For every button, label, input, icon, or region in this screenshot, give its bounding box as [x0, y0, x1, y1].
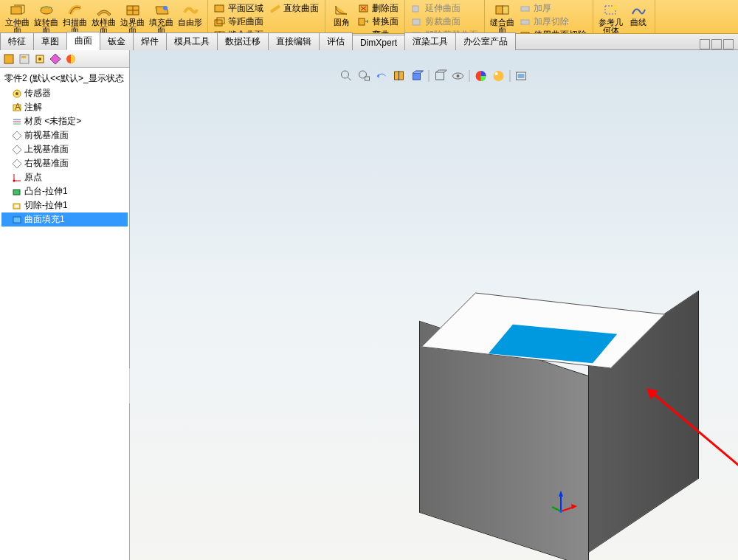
toolbar-separator — [429, 70, 430, 82]
origin-triad-icon — [549, 489, 579, 519]
feature-tree: 零件2 (默认<<默认>_显示状态 传感器 A注解 材质 <未指定> 前视基准面… — [0, 68, 129, 560]
display-manager-tab-icon[interactable] — [63, 52, 78, 66]
view-settings-icon[interactable] — [515, 69, 528, 83]
tab-sheetmetal[interactable]: 钣金 — [100, 32, 134, 50]
svg-rect-20 — [521, 7, 529, 11]
svg-rect-0 — [11, 7, 21, 14]
graphics-viewport[interactable] — [130, 50, 738, 560]
cut-with-surface-button[interactable]: 使用曲面切除 — [518, 29, 588, 34]
svg-point-66 — [559, 510, 562, 513]
boundary-surface-button[interactable]: 边界曲面 — [118, 1, 147, 34]
display-style-icon[interactable] — [434, 69, 447, 83]
svg-rect-28 — [21, 56, 26, 58]
svg-rect-44 — [15, 205, 18, 207]
tree-item-material[interactable]: 材质 <未指定> — [1, 114, 128, 128]
svg-point-58 — [495, 72, 498, 75]
tab-weldments[interactable]: 焊件 — [133, 32, 167, 50]
svg-rect-14 — [359, 18, 365, 25]
freeform-button[interactable]: 自由形 — [176, 1, 204, 28]
edit-appearance-icon[interactable] — [475, 69, 488, 83]
tab-evaluate[interactable]: 评估 — [319, 32, 353, 50]
tree-root-title[interactable]: 零件2 (默认<<默认>_显示状态 — [1, 71, 128, 86]
svg-rect-26 — [4, 55, 13, 63]
svg-point-25 — [613, 5, 617, 10]
apply-scene-icon[interactable] — [492, 69, 506, 83]
svg-marker-62 — [559, 491, 563, 497]
delete-face-button[interactable]: 删除面 — [356, 2, 400, 15]
window-restore-icon[interactable] — [711, 39, 722, 49]
tree-item-surface-fill1[interactable]: 曲面填充1 — [1, 212, 128, 227]
tree-item-cut-extrude1[interactable]: 切除-拉伸1 — [1, 198, 128, 212]
flex-button[interactable]: 弯曲 — [356, 29, 400, 34]
tree-item-annotations[interactable]: A注解 — [1, 100, 128, 114]
command-tabs: 特征 草图 曲面 钣金 焊件 模具工具 数据迁移 直接编辑 评估 DimXper… — [0, 34, 738, 50]
property-manager-tab-icon[interactable] — [17, 52, 32, 66]
configuration-tab-icon[interactable] — [32, 52, 47, 66]
window-minimize-icon[interactable] — [700, 39, 710, 49]
svg-rect-42 — [13, 190, 20, 195]
svg-rect-21 — [521, 20, 529, 24]
window-close-icon[interactable] — [723, 39, 734, 49]
tab-features[interactable]: 特征 — [0, 32, 34, 50]
trim-surface-button: 剪裁曲面 — [410, 15, 480, 28]
tree-item-origin[interactable]: 原点 — [1, 170, 128, 184]
lofted-surface-button[interactable]: 放样曲面 — [89, 1, 118, 34]
previous-view-icon[interactable] — [376, 69, 389, 83]
svg-rect-52 — [413, 73, 421, 80]
tab-datamigration[interactable]: 数据迁移 — [217, 32, 269, 50]
tree-item-top-plane[interactable]: 上视基准面 — [1, 142, 128, 156]
zoom-fit-icon[interactable] — [340, 69, 354, 83]
feature-tree-tab-icon[interactable] — [1, 52, 16, 66]
revolved-surface-button[interactable]: 旋转曲面 — [32, 1, 61, 34]
view-orientation-icon[interactable] — [411, 69, 424, 83]
ribbon-group-reference: 参考几何体 曲线 — [593, 0, 655, 33]
svg-line-47 — [348, 77, 351, 80]
svg-line-65 — [552, 507, 561, 511]
heads-up-toolbar — [340, 69, 528, 83]
tab-office[interactable]: 办公室产品 — [455, 32, 516, 50]
svg-rect-7 — [215, 20, 222, 26]
svg-rect-60 — [518, 74, 525, 78]
zoom-area-icon[interactable] — [358, 69, 371, 83]
svg-point-46 — [342, 71, 349, 78]
ribbon-group-fillet: 圆角 删除面 替换面 弯曲 — [325, 0, 405, 33]
tab-directedit[interactable]: 直接编辑 — [268, 32, 320, 50]
section-view-icon[interactable] — [393, 69, 407, 83]
planar-region-button[interactable]: 平面区域 — [213, 2, 265, 15]
tree-item-front-plane[interactable]: 前视基准面 — [1, 128, 128, 142]
svg-rect-45 — [13, 217, 21, 223]
toolbar-separator — [510, 70, 511, 82]
replace-face-button[interactable]: 替换面 — [356, 15, 400, 28]
tab-render[interactable]: 渲染工具 — [404, 32, 456, 50]
knit-surface-large-button[interactable]: 缝合曲面 — [488, 1, 517, 34]
tree-item-right-plane[interactable]: 右视基准面 — [1, 156, 128, 170]
swept-surface-button[interactable]: 扫描曲面 — [61, 1, 89, 34]
tab-sketch[interactable]: 草图 — [33, 32, 67, 50]
offset-surface-button[interactable]: 等距曲面 — [213, 15, 265, 28]
main-area: 零件2 (默认<<默认>_显示状态 传感器 A注解 材质 <未指定> 前视基准面… — [0, 50, 738, 560]
feature-manager-panel: 零件2 (默认<<默认>_显示状态 传感器 A注解 材质 <未指定> 前视基准面… — [0, 50, 130, 560]
tab-surfaces[interactable]: 曲面 — [66, 32, 100, 50]
tree-item-boss-extrude1[interactable]: 凸台-拉伸1 — [1, 184, 128, 198]
tab-moldtools[interactable]: 模具工具 — [166, 32, 218, 50]
svg-point-57 — [494, 71, 504, 81]
ribbon-group-knit: 缝合曲面 加厚 加厚切除 使用曲面切除 — [485, 0, 593, 33]
ruled-surface-button[interactable]: 直纹曲面 — [268, 2, 320, 15]
svg-point-41 — [13, 179, 15, 182]
svg-point-33 — [15, 92, 18, 95]
ribbon-group-trim: 延伸曲面 剪裁曲面 解除剪裁曲面 — [405, 0, 485, 33]
fillet-button[interactable]: 圆角 — [328, 1, 355, 28]
svg-rect-16 — [413, 19, 420, 25]
svg-point-30 — [38, 58, 41, 61]
toolbar-separator — [469, 70, 470, 82]
hide-show-icon[interactable] — [452, 69, 465, 83]
extruded-surface-button[interactable]: 立伸曲面 — [3, 1, 32, 34]
tree-item-sensors[interactable]: 传感器 — [1, 86, 128, 100]
window-controls — [700, 39, 738, 49]
tab-dimxpert[interactable]: DimXpert — [352, 35, 405, 50]
filled-surface-button[interactable]: 填充曲面 — [147, 1, 176, 34]
dimxpert-tab-icon[interactable] — [48, 52, 63, 66]
reference-geometry-button[interactable]: 参考几何体 — [596, 1, 625, 34]
svg-point-55 — [457, 75, 460, 77]
curves-button[interactable]: 曲线 — [625, 1, 652, 28]
